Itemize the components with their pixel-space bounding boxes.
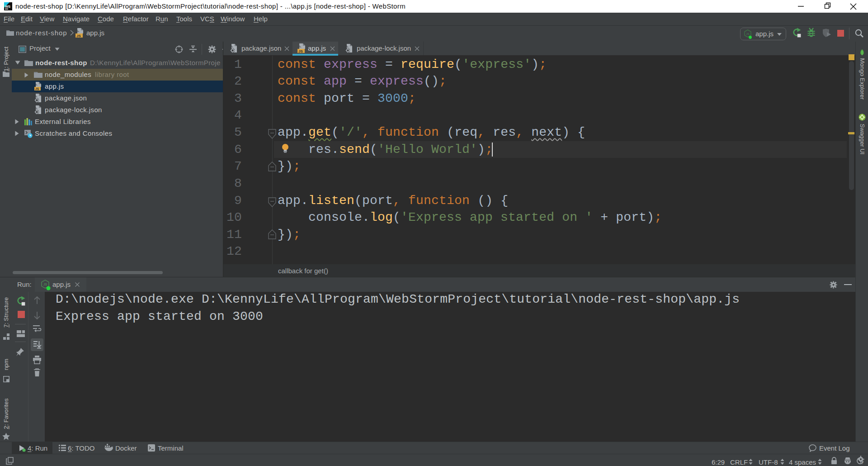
svg-text:JS: JS [43, 283, 47, 286]
svg-text:JS: JS [298, 49, 303, 53]
svg-text:JS: JS [35, 87, 39, 90]
svg-text:JS: JS [746, 33, 750, 35]
svg-text:WS: WS [5, 5, 10, 9]
svg-text:JS: JS [76, 34, 81, 38]
